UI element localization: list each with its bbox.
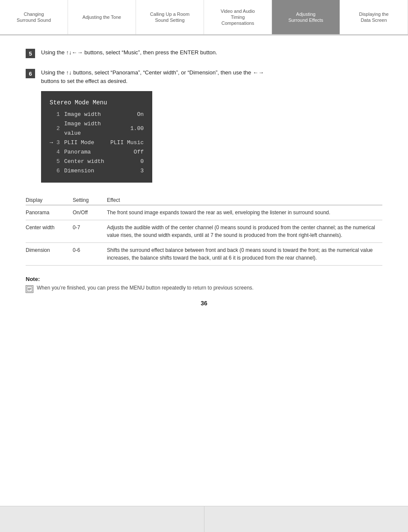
menu-row-5: 5 Center width 0 bbox=[50, 157, 144, 166]
row-dimension-display: Dimension bbox=[26, 243, 73, 266]
tab-adjusting-tone[interactable]: Adjusting the Tone bbox=[68, 0, 136, 34]
tab-displaying-data[interactable]: Displaying the Data Screen bbox=[340, 0, 408, 34]
col-setting: Setting bbox=[73, 195, 107, 205]
row-panorama-effect: The front sound image expands toward the… bbox=[107, 205, 382, 220]
note-icon bbox=[26, 285, 33, 293]
tab-adjusting-surround[interactable]: Adjusting Surround Effects bbox=[272, 0, 340, 34]
tab-changing-surround[interactable]: Changing Surround Sound bbox=[0, 0, 68, 34]
menu-row-4: 4 Panorama Off bbox=[50, 148, 144, 157]
bottom-btn-prev[interactable] bbox=[0, 506, 204, 532]
menu-title: Stereo Mode Menu bbox=[50, 98, 144, 108]
menu-row-3: → 3 PLII Mode PLII Music bbox=[50, 138, 144, 148]
main-content: 5 Using the ↑↓←→ buttons, select “Music”… bbox=[0, 35, 408, 326]
row-centerwidth-display: Center width bbox=[26, 220, 73, 243]
step-6-text: Using the ↑↓ buttons, select “Panorama”,… bbox=[41, 68, 382, 85]
note-section: Note: When you’re finished, you can pres… bbox=[26, 276, 382, 293]
note-item: When you’re finished, you can press the … bbox=[26, 285, 382, 293]
stereo-mode-menu: Stereo Mode Menu 1 Image width On 2 Imag… bbox=[41, 91, 152, 183]
menu-row-2: 2 Image width value 1.00 bbox=[50, 119, 144, 138]
note-label: Note: bbox=[26, 276, 382, 282]
step-6-number: 6 bbox=[26, 69, 35, 78]
page-wrapper: Changing Surround Sound Adjusting the To… bbox=[0, 0, 408, 532]
row-panorama-setting: On/Off bbox=[73, 205, 107, 220]
col-display: Display bbox=[26, 195, 73, 205]
table-row: Center width 0-7 Adjusts the audible wid… bbox=[26, 220, 382, 243]
tab-calling-room[interactable]: Calling Up a Room Sound Setting bbox=[136, 0, 204, 34]
step-5-number: 5 bbox=[26, 49, 35, 58]
effect-table: Display Setting Effect Panorama On/Off T… bbox=[26, 195, 382, 266]
menu-row-1: 1 Image width On bbox=[50, 110, 144, 119]
col-effect: Effect bbox=[107, 195, 382, 205]
row-panorama-display: Panorama bbox=[26, 205, 73, 220]
bottom-nav bbox=[0, 506, 408, 532]
table-header-row: Display Setting Effect bbox=[26, 195, 382, 205]
row-centerwidth-effect: Adjusts the audible width of the center … bbox=[107, 220, 382, 243]
table-row: Dimension 0-6 Shifts the surround effect… bbox=[26, 243, 382, 266]
step-6: 6 Using the ↑↓ buttons, select “Panorama… bbox=[26, 68, 382, 183]
row-centerwidth-setting: 0-7 bbox=[73, 220, 107, 243]
tab-video-audio[interactable]: Video and Audio Timing Compensations bbox=[204, 0, 272, 34]
table-row: Panorama On/Off The front sound image ex… bbox=[26, 205, 382, 220]
bottom-btn-next[interactable] bbox=[204, 506, 408, 532]
step-5: 5 Using the ↑↓←→ buttons, select “Music”… bbox=[26, 48, 382, 58]
page-number: 36 bbox=[26, 293, 382, 313]
top-nav: Changing Surround Sound Adjusting the To… bbox=[0, 0, 408, 35]
menu-row-6: 6 Dimension 3 bbox=[50, 166, 144, 176]
row-dimension-setting: 0-6 bbox=[73, 243, 107, 266]
step-5-text: Using the ↑↓←→ buttons, select “Music”, … bbox=[41, 48, 382, 57]
note-text: When you’re finished, you can press the … bbox=[37, 285, 254, 291]
row-dimension-effect: Shifts the surround effect balance betwe… bbox=[107, 243, 382, 266]
